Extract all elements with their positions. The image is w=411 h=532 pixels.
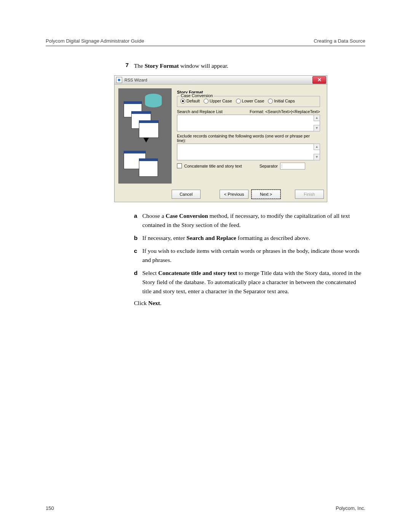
screenshot-rss-wizard: RSS Wizard✕ Story Format Case Conversion… (114, 75, 327, 202)
concat-label: Concatenate title and story text (184, 164, 242, 168)
search-replace-textarea[interactable]: ▲▼ (177, 115, 320, 131)
radio-lower[interactable]: Lower Case (236, 99, 264, 104)
scroll-down-icon[interactable]: ▼ (314, 154, 320, 160)
cancel-button[interactable]: Cancel (172, 190, 201, 199)
close-icon[interactable]: ✕ (312, 76, 326, 84)
titlebar: RSS Wizard✕ (115, 76, 327, 85)
case-conv-legend: Case Conversion (180, 93, 214, 98)
sub-b-text: If necessary, enter Search and Replace f… (142, 233, 365, 243)
previous-button[interactable]: < Previous (220, 190, 249, 199)
concat-checkbox[interactable] (177, 163, 182, 168)
sub-d-letter: d (134, 268, 142, 296)
app-icon (116, 77, 122, 83)
search-replace-label: Search and Replace List (177, 109, 223, 114)
page-number: 150 (46, 505, 54, 511)
scroll-up-icon[interactable]: ▲ (314, 115, 320, 121)
exclude-textarea[interactable]: ▲▼ (177, 144, 320, 160)
sub-b-letter: b (134, 233, 142, 243)
section-title: Creating a Data Source (314, 38, 365, 44)
sub-c-letter: c (134, 246, 142, 265)
next-button[interactable]: Next > (252, 190, 280, 199)
separator-label: Separator (260, 164, 278, 168)
wizard-sidebar-graphic (118, 88, 172, 184)
radio-initial[interactable]: Initial Caps (268, 99, 295, 104)
format-hint: Format: <SearchText>|<ReplaceText> (250, 109, 320, 114)
sub-d-text: Select Concatenate title and story text … (142, 268, 365, 296)
step-number: 7 (118, 62, 129, 70)
finish-button[interactable]: Finish (295, 190, 324, 199)
company: Polycom, Inc. (336, 505, 365, 511)
sub-a-text: Choose a Case Conversion method, if nece… (142, 211, 365, 230)
sub-a-letter: a (134, 211, 142, 230)
scroll-down-icon[interactable]: ▼ (314, 125, 320, 131)
separator-input[interactable]: : (280, 163, 305, 169)
window-title: RSS Wizard (124, 78, 147, 82)
sub-c-text: If you wish to exclude items with certai… (142, 246, 365, 265)
radio-default[interactable]: Default (180, 99, 200, 104)
click-next: Click Next. (134, 300, 365, 307)
header-rule (46, 45, 365, 46)
exclude-label: Exclude records containing the following… (177, 134, 320, 143)
radio-upper[interactable]: Upper Case (204, 99, 232, 104)
doc-title: Polycom Digital Signage Administrator Gu… (46, 38, 144, 44)
scroll-up-icon[interactable]: ▲ (314, 144, 320, 150)
step-text: The Story Format window will appear. (134, 62, 228, 70)
